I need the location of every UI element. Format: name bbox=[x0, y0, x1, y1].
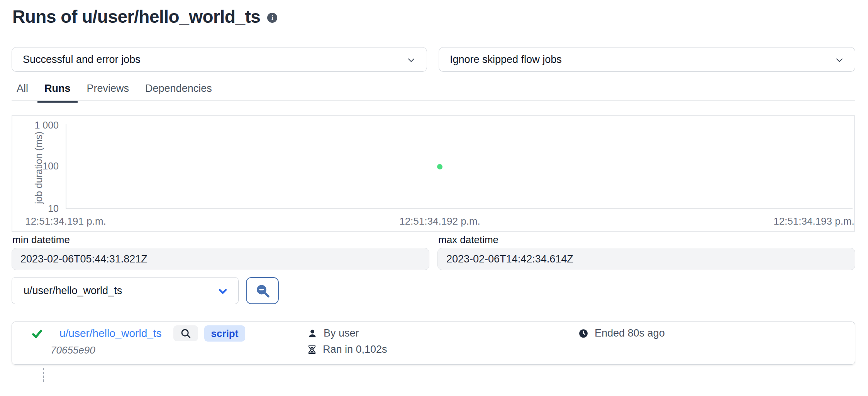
min-datetime-input[interactable] bbox=[12, 248, 429, 270]
runs-page: Runs of u/user/hello_world_ts i Successf… bbox=[0, 0, 868, 396]
skipped-flow-jobs-select-value: Ignore skipped flow jobs bbox=[450, 54, 562, 66]
chevron-down-icon bbox=[834, 55, 845, 66]
script-path-select-value: u/user/hello_world_ts bbox=[24, 285, 122, 297]
tab-previews[interactable]: Previews bbox=[80, 80, 136, 103]
max-datetime-label: max datetime bbox=[438, 234, 498, 246]
chart-x-axis-line bbox=[66, 208, 853, 209]
duration-chart[interactable]: job duration (ms) 1 000 100 10 12:51:34.… bbox=[12, 115, 855, 232]
run-data-point[interactable] bbox=[437, 164, 442, 169]
hourglass-icon bbox=[307, 345, 317, 355]
chart-x-tick: 12:51:34.191 p.m. bbox=[25, 215, 106, 227]
success-check-icon bbox=[31, 328, 44, 340]
script-path-select[interactable]: u/user/hello_world_ts bbox=[12, 277, 239, 304]
run-by-row: By user bbox=[307, 327, 359, 339]
chart-y-tick: 1 000 bbox=[15, 120, 59, 131]
chart-y-tick: 10 bbox=[15, 203, 59, 214]
max-datetime-input[interactable] bbox=[437, 248, 855, 270]
magnifier-icon bbox=[180, 328, 192, 339]
chart-y-axis-line bbox=[66, 124, 66, 209]
chevron-down-icon bbox=[406, 55, 417, 66]
run-duration-row: Ran in 0,102s bbox=[307, 344, 387, 355]
chart-x-tick: 12:51:34.192 p.m. bbox=[399, 215, 480, 227]
chevron-down-icon bbox=[217, 285, 229, 298]
job-status-select-value: Successful and error jobs bbox=[23, 54, 141, 66]
page-title-row: Runs of u/user/hello_world_ts i bbox=[12, 6, 277, 27]
search-minus-icon bbox=[254, 283, 271, 299]
clock-icon bbox=[578, 328, 588, 338]
min-datetime-label: min datetime bbox=[12, 234, 70, 246]
run-inspect-button[interactable] bbox=[173, 325, 198, 341]
run-duration-label: Ran in 0,102s bbox=[323, 344, 387, 355]
run-list-item[interactable]: u/user/hello_world_ts 70655e90 script By… bbox=[12, 322, 855, 365]
run-path-link[interactable]: u/user/hello_world_ts bbox=[59, 327, 162, 340]
timeline-dashed-line bbox=[43, 368, 44, 382]
job-kind-badge: script bbox=[204, 325, 245, 342]
run-job-id: 70655e90 bbox=[51, 344, 95, 356]
tab-bar: All Runs Previews Dependencies bbox=[10, 80, 219, 103]
tab-divider bbox=[12, 100, 855, 101]
person-icon bbox=[307, 328, 317, 338]
tab-runs[interactable]: Runs bbox=[37, 80, 78, 103]
chart-y-tick: 100 bbox=[15, 161, 59, 172]
search-button[interactable] bbox=[246, 277, 279, 304]
run-ended-label: Ended 80s ago bbox=[595, 327, 665, 339]
run-ended-row: Ended 80s ago bbox=[578, 327, 665, 339]
run-by-label: By user bbox=[324, 327, 359, 339]
tab-dependencies[interactable]: Dependencies bbox=[138, 80, 219, 103]
page-title: Runs of u/user/hello_world_ts bbox=[12, 6, 260, 27]
chart-x-tick: 12:51:34.193 p.m. bbox=[773, 215, 854, 227]
info-icon[interactable]: i bbox=[267, 13, 277, 23]
skipped-flow-jobs-select[interactable]: Ignore skipped flow jobs bbox=[439, 47, 855, 72]
job-status-select[interactable]: Successful and error jobs bbox=[12, 47, 427, 72]
tab-all[interactable]: All bbox=[10, 80, 35, 103]
